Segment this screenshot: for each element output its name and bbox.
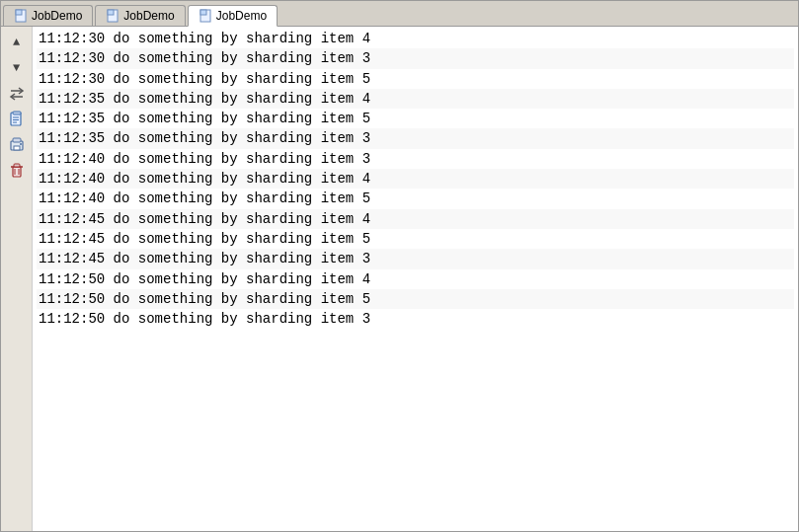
main-window: JobDemo JobDemo JobDemo ▲▼ xyxy=(0,0,799,532)
tab-2[interactable]: JobDemo xyxy=(188,5,278,27)
log-area[interactable]: 11:12:30 do something by sharding item 4… xyxy=(33,27,798,531)
svg-rect-17 xyxy=(13,167,21,177)
svg-rect-3 xyxy=(108,10,114,15)
tab-label: JobDemo xyxy=(32,9,82,23)
swap-icon[interactable] xyxy=(5,82,29,106)
down-icon[interactable]: ▼ xyxy=(5,56,29,80)
tab-bar: JobDemo JobDemo JobDemo xyxy=(1,1,798,27)
svg-rect-1 xyxy=(16,10,22,15)
log-line: 11:12:30 do something by sharding item 4 xyxy=(37,29,794,48)
log-line: 11:12:50 do something by sharding item 5 xyxy=(37,289,794,309)
up-icon[interactable]: ▲ xyxy=(5,31,29,54)
svg-rect-9 xyxy=(13,112,21,114)
log-line: 11:12:30 do something by sharding item 3 xyxy=(37,48,794,68)
log-line: 11:12:40 do something by sharding item 4 xyxy=(37,169,794,189)
tab-label: JobDemo xyxy=(216,9,267,23)
tab-icon xyxy=(199,9,212,23)
log-line: 11:12:50 do something by sharding item 4 xyxy=(37,269,794,289)
log-line: 11:12:30 do something by sharding item 5 xyxy=(37,69,794,89)
log-line: 11:12:40 do something by sharding item 3 xyxy=(37,149,794,169)
svg-point-16 xyxy=(20,143,22,145)
tab-label: JobDemo xyxy=(123,9,174,23)
svg-rect-14 xyxy=(13,138,21,142)
clipboard-icon[interactable] xyxy=(5,108,29,131)
log-line: 11:12:35 do something by sharding item 3 xyxy=(37,128,794,148)
svg-rect-15 xyxy=(14,146,20,150)
trash-icon[interactable] xyxy=(5,159,29,183)
log-line: 11:12:40 do something by sharding item 5 xyxy=(37,189,794,208)
log-line: 11:12:35 do something by sharding item 5 xyxy=(37,109,794,128)
log-line: 11:12:45 do something by sharding item 4 xyxy=(37,209,794,229)
content-area: ▲▼ xyxy=(1,27,798,531)
tab-icon xyxy=(14,9,28,23)
svg-rect-5 xyxy=(200,10,206,15)
tab-icon xyxy=(106,9,120,23)
svg-rect-19 xyxy=(14,164,20,167)
tab-0[interactable]: JobDemo xyxy=(3,5,93,26)
print-icon[interactable] xyxy=(5,133,29,157)
log-line: 11:12:45 do something by sharding item 5 xyxy=(37,229,794,249)
sidebar: ▲▼ xyxy=(1,27,33,531)
log-line: 11:12:50 do something by sharding item 3 xyxy=(37,309,794,329)
tab-1[interactable]: JobDemo xyxy=(95,5,185,26)
log-line: 11:12:35 do something by sharding item 4 xyxy=(37,89,794,109)
log-line: 11:12:45 do something by sharding item 3 xyxy=(37,249,794,268)
